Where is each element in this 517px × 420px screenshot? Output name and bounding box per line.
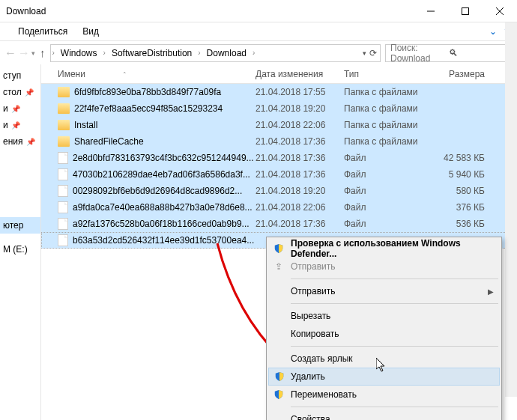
- nav-item[interactable]: ения📌: [0, 133, 40, 150]
- search-input[interactable]: Поиск: Download 🔍︎: [385, 44, 513, 62]
- menu-share[interactable]: Поделиться: [18, 26, 67, 37]
- search-icon[interactable]: 🔍︎: [449, 48, 507, 58]
- column-size[interactable]: Размера: [434, 69, 491, 79]
- file-date: 21.04.2018 17:36: [256, 136, 344, 147]
- file-name: 22f4fe7ef8aaa5ecc94f85ac15293234: [74, 103, 223, 114]
- maximize-button[interactable]: [448, 0, 483, 22]
- column-type[interactable]: Тип: [344, 69, 434, 79]
- breadcrumb[interactable]: › Windows › SoftwareDistribution › Downl…: [50, 44, 381, 62]
- ctx-defender[interactable]: Проверка с использованием Windows Defend…: [268, 240, 500, 258]
- separator: [291, 407, 498, 407]
- share-icon: ⇪: [273, 261, 285, 273]
- file-date: 21.04.2018 19:20: [256, 103, 344, 114]
- ctx-shortcut[interactable]: Создать ярлык: [268, 350, 500, 368]
- ctx-properties[interactable]: Свойства: [268, 410, 500, 420]
- file-name: a9fda0ca7e40ea688a88b427b3a0e78d6e8...: [73, 202, 253, 213]
- ctx-copy[interactable]: Копировать: [268, 325, 500, 343]
- refresh-icon[interactable]: ⟳: [369, 48, 377, 58]
- breadcrumb-seg[interactable]: Windows: [56, 48, 102, 58]
- file-date: 21.04.2018 17:36: [256, 219, 344, 229]
- file-size: 5 940 КБ: [434, 169, 491, 180]
- chevron-right-icon[interactable]: ›: [251, 49, 256, 57]
- shield-icon: [273, 389, 285, 401]
- folder-icon: [58, 87, 70, 97]
- minimize-button[interactable]: [414, 0, 448, 22]
- scrollbar[interactable]: [505, 22, 517, 397]
- file-date: 21.04.2018 17:55: [256, 87, 344, 97]
- folder-icon: [58, 103, 70, 114]
- file-row[interactable]: 22f4fe7ef8aaa5ecc94f85ac1529323421.04.20…: [41, 100, 517, 117]
- nav-item[interactable]: стол📌: [0, 84, 40, 100]
- file-row[interactable]: 2e8d0bfd783163793c4f3bc632c951244949...2…: [41, 150, 517, 166]
- nav-back-icon[interactable]: ←: [4, 46, 16, 60]
- file-date: 21.04.2018 22:06: [256, 202, 344, 213]
- column-name[interactable]: Имени˄: [41, 69, 256, 79]
- file-row[interactable]: a9fda0ca7e40ea688a88b427b3a0e78d6e8...21…: [41, 199, 517, 216]
- file-row[interactable]: 47030b2106289dae4eb7ad06f3a6586da3f...21…: [41, 166, 517, 183]
- ribbon-expand-icon[interactable]: ⌄: [489, 26, 497, 37]
- ctx-cut[interactable]: Вырезать: [268, 307, 500, 325]
- pin-icon: 📌: [25, 88, 34, 97]
- file-row[interactable]: SharedFileCache21.04.2018 17:36Папка с ф…: [41, 133, 517, 150]
- file-size: 42 583 КБ: [434, 153, 491, 163]
- ctx-delete[interactable]: Удалить: [268, 368, 500, 386]
- folder-icon: [58, 136, 70, 147]
- file-type: Файл: [344, 153, 434, 163]
- ctx-rename[interactable]: Переименовать: [268, 386, 500, 404]
- file-size: 580 КБ: [434, 186, 491, 196]
- nav-item[interactable]: и📌: [0, 100, 40, 117]
- search-placeholder: Поиск: Download: [390, 43, 449, 64]
- chevron-right-icon: ▶: [488, 287, 494, 296]
- file-icon: [58, 201, 68, 213]
- file-icon: [58, 152, 68, 164]
- file-icon: [58, 185, 68, 197]
- chevron-right-icon[interactable]: ›: [102, 49, 107, 57]
- nav-history-icon[interactable]: ▾: [31, 49, 35, 57]
- shield-icon: [273, 243, 285, 255]
- file-icon: [58, 168, 68, 180]
- pin-icon: 📌: [11, 105, 20, 113]
- breadcrumb-seg[interactable]: Download: [202, 48, 251, 58]
- nav-up-icon[interactable]: ↑: [40, 46, 46, 59]
- file-name: 47030b2106289dae4eb7ad06f3a6586da3f...: [73, 169, 250, 180]
- file-icon: [58, 218, 68, 230]
- file-row[interactable]: 00298092bf6eb6d9d26964d8cad9896d2...21.0…: [41, 183, 517, 199]
- ctx-sendto-sub[interactable]: Отправить ▶: [268, 282, 500, 300]
- menu-view[interactable]: Вид: [82, 26, 99, 37]
- nav-thispc[interactable]: ютер: [0, 217, 40, 234]
- separator: [291, 346, 498, 347]
- sort-asc-icon: ˄: [123, 71, 127, 79]
- navigation-pane[interactable]: ступ стол📌 и📌 и📌 ения📌 ютер M (E:): [0, 64, 41, 420]
- breadcrumb-seg[interactable]: SoftwareDistribution: [107, 48, 196, 58]
- pin-icon: 📌: [26, 138, 35, 146]
- file-date: 21.04.2018 17:36: [256, 153, 344, 163]
- chevron-right-icon[interactable]: ›: [51, 49, 56, 57]
- nav-forward-icon: →: [18, 46, 30, 60]
- ctx-sendto[interactable]: ⇪ Отправить: [268, 258, 500, 276]
- breadcrumb-dropdown-icon[interactable]: ▾: [363, 49, 366, 57]
- file-date: 21.04.2018 22:06: [256, 120, 344, 130]
- file-type: Папка с файлами: [344, 87, 434, 97]
- separator: [291, 279, 498, 279]
- file-type: Папка с файлами: [344, 136, 434, 147]
- file-row[interactable]: Install21.04.2018 22:06Папка с файлами: [41, 117, 517, 133]
- file-name: 00298092bf6eb6d9d26964d8cad9896d2...: [73, 186, 242, 196]
- pin-icon: 📌: [11, 121, 20, 130]
- nav-drive[interactable]: M (E:): [0, 241, 40, 258]
- file-type: Папка с файлами: [344, 103, 434, 114]
- file-name: 6fd9fbfc893e0ba78bb3d849f77a09fa: [74, 87, 221, 97]
- file-date: 21.04.2018 19:20: [256, 186, 344, 196]
- chevron-right-icon[interactable]: ›: [196, 49, 202, 57]
- column-date[interactable]: Дата изменения: [256, 69, 344, 79]
- nav-item[interactable]: и📌: [0, 117, 40, 133]
- file-type: Файл: [344, 219, 434, 229]
- file-row[interactable]: 6fd9fbfc893e0ba78bb3d849f77a09fa21.04.20…: [41, 84, 517, 100]
- file-row[interactable]: a92fa1376c528b0a06f18b1166ced0ab9b9...21…: [41, 216, 517, 232]
- shield-icon: [273, 371, 285, 383]
- file-size: 376 КБ: [434, 202, 491, 213]
- svg-rect-1: [462, 7, 469, 14]
- file-name: 2e8d0bfd783163793c4f3bc632c951244949...: [73, 153, 254, 163]
- window-title: Download: [6, 6, 46, 16]
- close-button[interactable]: [483, 0, 517, 22]
- nav-quickaccess[interactable]: ступ: [0, 67, 40, 84]
